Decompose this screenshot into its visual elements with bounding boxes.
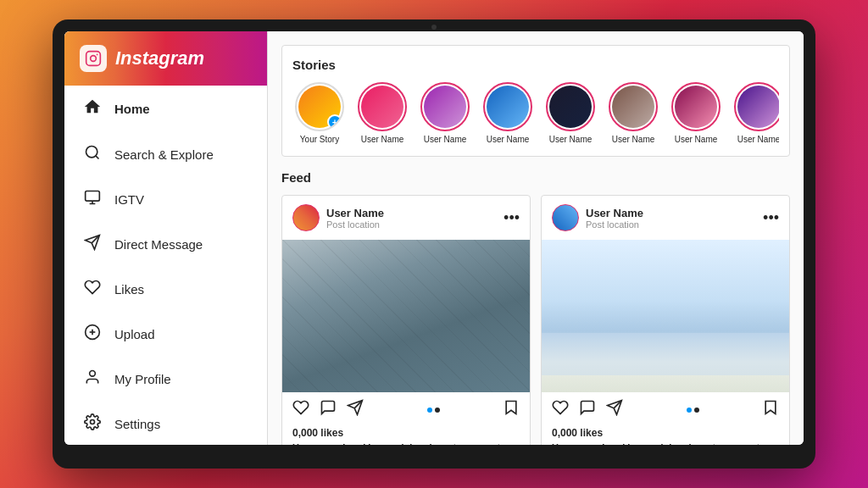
sidebar-item-upload[interactable]: Upload	[64, 312, 267, 357]
share-button-1[interactable]	[347, 399, 364, 420]
story-name-7: User Name	[737, 135, 779, 144]
upload-label: Upload	[114, 327, 155, 341]
story-avatar-5	[609, 82, 658, 131]
svg-point-3	[86, 147, 97, 158]
story-name-6: User Name	[675, 135, 718, 144]
post-actions-2	[542, 392, 789, 427]
post-more-1[interactable]: •••	[504, 209, 520, 227]
likes-label: Likes	[114, 282, 144, 297]
sidebar-item-likes[interactable]: Likes	[64, 267, 267, 312]
your-story-avatar: +	[295, 82, 344, 131]
svg-point-13	[90, 371, 96, 377]
post-header-1: User Name Post location •••	[282, 196, 530, 240]
post-dots-1	[427, 408, 440, 413]
post-user-info-2: User Name Post location	[552, 204, 643, 231]
profile-icon	[82, 369, 103, 390]
your-story-label: Your Story	[300, 135, 339, 144]
post-user-info-1: User Name Post location	[292, 204, 384, 231]
main-content: Stories + Your Story	[268, 31, 804, 445]
post-location-1: Post location	[326, 219, 384, 230]
sidebar-item-home[interactable]: Home	[64, 86, 267, 132]
app-name: Instagram	[115, 47, 204, 69]
home-icon	[82, 97, 103, 120]
story-avatar-2	[420, 82, 470, 131]
post-likes-1: 0,000 likes	[282, 427, 530, 441]
svg-marker-17	[506, 402, 516, 414]
svg-rect-0	[86, 52, 101, 66]
story-avatar-3	[483, 82, 532, 131]
laptop-frame: Instagram Home Search & Explore	[53, 19, 815, 469]
post-caption-2: User name Lorel ipsum dolor si amet comm…	[542, 441, 789, 445]
like-button-1[interactable]	[292, 399, 309, 420]
share-button-2[interactable]	[606, 399, 623, 420]
settings-icon	[82, 413, 103, 435]
comment-button-2[interactable]	[579, 399, 596, 420]
post-card-2: User Name Post location •••	[541, 195, 790, 445]
bookmark-button-2[interactable]	[762, 399, 779, 420]
stories-list: + Your Story User Name	[292, 82, 779, 144]
post-avatar-2	[552, 204, 579, 231]
stories-title: Stories	[292, 58, 779, 72]
comment-button-1[interactable]	[320, 399, 337, 420]
post-more-2[interactable]: •••	[763, 209, 779, 227]
story-item-6[interactable]: User Name	[669, 82, 723, 144]
story-name-3: User Name	[487, 135, 530, 144]
post-likes-2: 0,000 likes	[542, 427, 789, 441]
settings-label: Settings	[114, 417, 160, 431]
story-item-your[interactable]: + Your Story	[292, 82, 347, 144]
search-icon	[82, 144, 103, 165]
stories-section: Stories + Your Story	[281, 45, 790, 157]
svg-point-2	[97, 54, 98, 56]
sidebar: Instagram Home Search & Explore	[64, 31, 268, 445]
feed-title: Feed	[281, 170, 790, 185]
igtv-label: IGTV	[114, 192, 144, 207]
story-item-4[interactable]: User Name	[543, 82, 598, 144]
bookmark-button-1[interactable]	[503, 399, 520, 420]
story-item-1[interactable]: User Name	[355, 82, 409, 144]
likes-icon	[82, 279, 103, 300]
svg-point-1	[91, 56, 97, 62]
post-caption-1: User name Lorel ipsum dolor si amet comm…	[282, 441, 530, 445]
story-name-1: User Name	[361, 135, 404, 144]
search-label: Search & Explore	[114, 147, 214, 162]
upload-icon	[82, 324, 103, 345]
story-item-5[interactable]: User Name	[606, 82, 660, 144]
add-story-badge: +	[327, 114, 342, 130]
story-item-7[interactable]: User Name	[732, 82, 779, 144]
post-image-1	[282, 240, 530, 392]
story-avatar-7	[734, 82, 779, 131]
story-name-4: User Name	[549, 135, 593, 144]
story-item-2[interactable]: User Name	[418, 82, 472, 144]
sidebar-item-settings[interactable]: Settings	[64, 402, 267, 445]
app-container: Instagram Home Search & Explore	[64, 31, 804, 445]
post-dots-2	[687, 408, 699, 413]
feed-section: Feed User Name Post location	[281, 170, 790, 445]
sidebar-item-igtv[interactable]: IGTV	[64, 177, 267, 222]
feed-grid: User Name Post location •••	[281, 195, 790, 445]
post-username-2: User Name	[586, 207, 643, 219]
profile-label: My Profile	[114, 372, 171, 386]
like-button-2[interactable]	[552, 399, 569, 420]
svg-point-14	[91, 420, 95, 424]
post-image-2	[542, 240, 789, 392]
post-username-1: User Name	[326, 207, 384, 219]
sidebar-item-profile[interactable]: My Profile	[64, 357, 267, 402]
direct-icon	[82, 234, 103, 255]
post-header-2: User Name Post location •••	[542, 196, 789, 240]
sidebar-item-direct[interactable]: Direct Message	[64, 222, 267, 267]
sidebar-logo: Instagram	[64, 31, 267, 86]
story-avatar-6	[671, 82, 721, 131]
laptop-screen: Instagram Home Search & Explore	[64, 31, 804, 445]
post-avatar-1	[292, 204, 320, 231]
story-name-2: User Name	[424, 135, 467, 144]
post-actions-1	[282, 392, 530, 427]
instagram-logo-icon	[80, 45, 107, 72]
direct-label: Direct Message	[114, 237, 203, 252]
post-location-2: Post location	[586, 219, 643, 230]
svg-marker-20	[765, 402, 776, 414]
story-avatar-4	[546, 82, 595, 131]
post-card-1: User Name Post location •••	[281, 195, 531, 445]
camera-dot	[431, 25, 437, 30]
story-item-3[interactable]: User Name	[481, 82, 535, 144]
sidebar-item-search[interactable]: Search & Explore	[64, 132, 267, 177]
